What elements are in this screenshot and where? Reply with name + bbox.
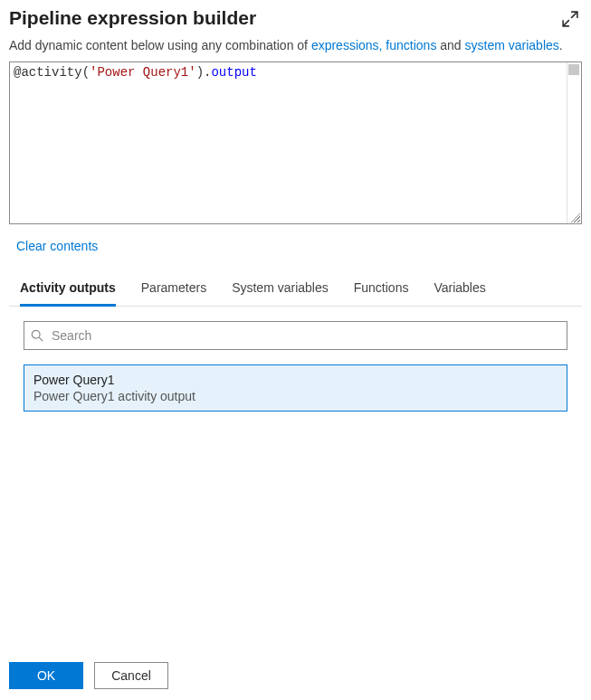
clear-contents-link[interactable]: Clear contents [16, 239, 582, 253]
tab-activity-outputs[interactable]: Activity outputs [20, 271, 116, 307]
tab-bar: Activity outputs Parameters System varia… [9, 271, 582, 307]
system-variables-link[interactable]: system variables [465, 38, 559, 52]
resize-handle-icon [568, 211, 581, 223]
ok-button[interactable]: OK [9, 662, 83, 689]
tab-system-variables[interactable]: System variables [232, 271, 329, 307]
expand-icon[interactable] [562, 11, 578, 27]
expression-editor[interactable]: @activity('Power Query1').output [9, 61, 582, 224]
editor-scroll-thumb[interactable] [568, 64, 579, 75]
result-item-power-query1[interactable]: Power Query1 Power Query1 activity outpu… [24, 364, 567, 411]
svg-line-1 [39, 337, 43, 341]
header-row: Pipeline expression builder [9, 7, 582, 38]
subtitle-text-3: . [559, 38, 563, 52]
page-title: Pipeline expression builder [9, 7, 256, 29]
subtitle: Add dynamic content below using any comb… [9, 38, 582, 52]
subtitle-text-1: Add dynamic content below using any comb… [9, 38, 311, 52]
expression-builder-panel: Pipeline expression builder Add dynamic … [0, 0, 591, 700]
tab-parameters[interactable]: Parameters [141, 271, 206, 307]
results-list: Power Query1 Power Query1 activity outpu… [24, 364, 567, 411]
search-icon [31, 329, 43, 342]
result-description: Power Query1 activity output [33, 389, 558, 403]
svg-point-0 [32, 330, 40, 338]
tab-variables[interactable]: Variables [434, 271, 485, 307]
token-open: ( [82, 65, 90, 80]
cancel-button[interactable]: Cancel [94, 662, 168, 689]
search-input[interactable] [24, 321, 567, 350]
editor-scrollbar[interactable] [567, 62, 581, 223]
token-close: ) [196, 65, 204, 80]
token-argument: 'Power Query1' [90, 65, 196, 80]
footer-buttons: OK Cancel [9, 662, 168, 689]
token-function: activity [21, 65, 81, 80]
result-title: Power Query1 [33, 373, 558, 387]
search-wrap [24, 321, 567, 350]
expressions-functions-link[interactable]: expressions, functions [311, 38, 437, 52]
token-property: output [211, 65, 256, 80]
tab-functions[interactable]: Functions [354, 271, 409, 307]
subtitle-text-2: and [436, 38, 464, 52]
